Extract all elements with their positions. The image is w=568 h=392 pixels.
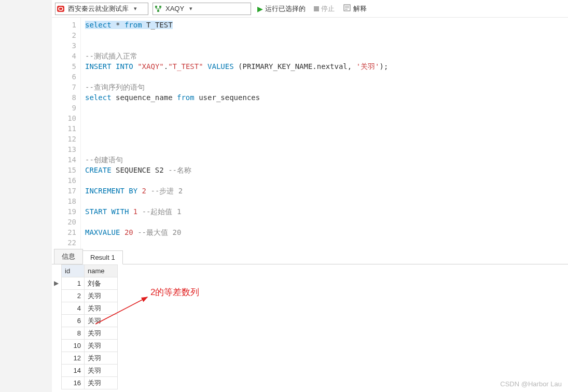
chevron-down-icon: ▾ xyxy=(186,5,196,12)
current-row-marker: ▶ xyxy=(54,279,59,287)
watermark: CSDN @Harbor Lau xyxy=(500,380,562,388)
result-grid[interactable]: id name 1刘备2关羽4关羽6关羽8关羽10关羽12关羽14关羽16关羽 xyxy=(61,264,118,389)
col-name[interactable]: name xyxy=(85,265,118,277)
code-area[interactable]: select * from T_TEST --测试插入正常INSERT INTO… xyxy=(81,18,568,249)
schema-label: XAQY xyxy=(163,5,186,12)
svg-rect-2 xyxy=(155,6,157,8)
cell-name[interactable]: 关羽 xyxy=(85,352,118,365)
table-row[interactable]: 12关羽 xyxy=(62,352,118,365)
cell-name[interactable]: 关羽 xyxy=(85,315,118,327)
schema-icon xyxy=(153,5,163,12)
result-grid-panel: ▶ id name 1刘备2关羽4关羽6关羽8关羽10关羽12关羽14关羽16关… xyxy=(52,264,568,392)
result-tabs: 信息 Result 1 xyxy=(52,249,568,264)
col-id[interactable]: id xyxy=(62,265,85,277)
tab-info[interactable]: 信息 xyxy=(54,249,83,264)
stop-icon xyxy=(314,6,319,11)
cell-name[interactable]: 关羽 xyxy=(85,290,118,302)
explain-icon xyxy=(343,4,351,13)
cell-name[interactable]: 关羽 xyxy=(85,377,118,389)
db-connection-label: 西安秦云就业测试库 xyxy=(66,4,131,13)
table-row[interactable]: 8关羽 xyxy=(62,327,118,340)
cell-id[interactable]: 1 xyxy=(62,277,85,290)
explain-button[interactable]: 解释 xyxy=(341,3,369,15)
line-number-gutter: 12345678910111213141516171819202122 xyxy=(52,18,81,249)
svg-rect-0 xyxy=(57,6,64,12)
oracle-icon xyxy=(56,5,66,12)
cell-name[interactable]: 关羽 xyxy=(85,327,118,340)
table-row[interactable]: 14关羽 xyxy=(62,365,118,377)
toolbar: 西安秦云就业测试库 ▾ XAQY ▾ ▶ 运行已选择的 停止 xyxy=(52,0,568,18)
grid-header-row: id name xyxy=(62,265,118,277)
table-row[interactable]: 2关羽 xyxy=(62,290,118,302)
svg-rect-4 xyxy=(157,10,159,12)
annotation-text: 2的等差数列 xyxy=(150,286,199,298)
app-left-gutter xyxy=(0,0,52,392)
cell-id[interactable]: 6 xyxy=(62,315,85,327)
sql-editor[interactable]: 12345678910111213141516171819202122 sele… xyxy=(52,18,568,249)
table-row[interactable]: 10关羽 xyxy=(62,340,118,352)
cell-name[interactable]: 刘备 xyxy=(85,277,118,290)
cell-id[interactable]: 8 xyxy=(62,327,85,340)
table-row[interactable]: 16关羽 xyxy=(62,377,118,389)
cell-id[interactable]: 14 xyxy=(62,365,85,377)
chevron-down-icon: ▾ xyxy=(131,5,140,12)
table-row[interactable]: 4关羽 xyxy=(62,302,118,315)
stop-button: 停止 xyxy=(312,3,337,15)
explain-label: 解释 xyxy=(353,4,367,13)
db-connection-combo[interactable]: 西安秦云就业测试库 ▾ xyxy=(55,3,148,15)
cell-name[interactable]: 关羽 xyxy=(85,340,118,352)
cell-id[interactable]: 10 xyxy=(62,340,85,352)
cell-id[interactable]: 2 xyxy=(62,290,85,302)
cell-name[interactable]: 关羽 xyxy=(85,302,118,315)
cell-name[interactable]: 关羽 xyxy=(85,365,118,377)
schema-combo[interactable]: XAQY ▾ xyxy=(153,3,251,15)
tab-result-1[interactable]: Result 1 xyxy=(82,250,123,264)
cell-id[interactable]: 16 xyxy=(62,377,85,389)
run-selected-label: 运行已选择的 xyxy=(265,4,306,13)
svg-rect-3 xyxy=(159,6,161,8)
table-row[interactable]: 6关羽 xyxy=(62,315,118,327)
play-icon: ▶ xyxy=(257,5,263,13)
stop-label: 停止 xyxy=(321,4,335,13)
run-selected-button[interactable]: ▶ 运行已选择的 xyxy=(255,3,308,15)
table-row[interactable]: 1刘备 xyxy=(62,277,118,290)
cell-id[interactable]: 4 xyxy=(62,302,85,315)
cell-id[interactable]: 12 xyxy=(62,352,85,365)
